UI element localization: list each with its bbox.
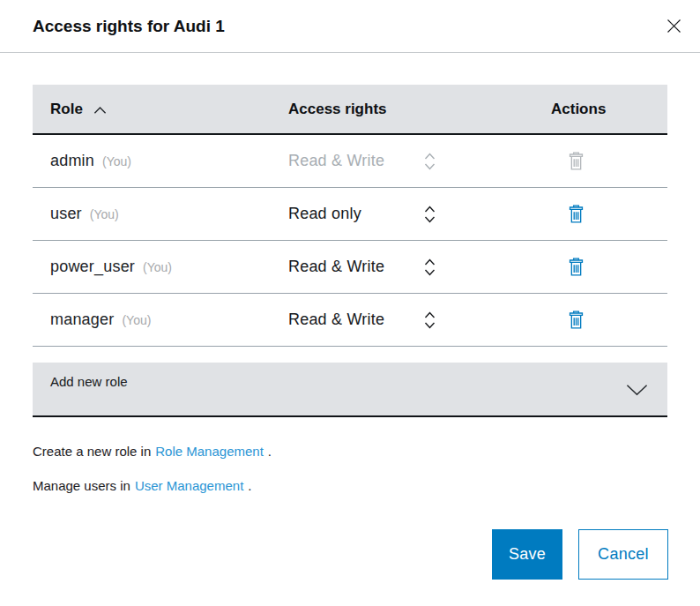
you-badge: (You): [102, 154, 131, 168]
dialog-title: Access rights for Audi 1: [33, 17, 225, 36]
delete-role-button[interactable]: [562, 253, 589, 281]
table-row-user: user (You) Read only: [33, 188, 667, 241]
trash-icon: [567, 310, 585, 331]
user-management-link[interactable]: User Management: [135, 478, 243, 493]
access-cell: Read only: [288, 204, 551, 225]
sort-ascending-icon: [93, 106, 107, 115]
role-management-link[interactable]: Role Management: [155, 444, 264, 459]
chevron-up-down-icon: [423, 257, 436, 278]
access-rights-table: Role Access rights Actions admin (You) R…: [33, 85, 667, 347]
table-row-power-user: power_user (You) Read & Write: [33, 241, 667, 294]
role-cell: manager (You): [33, 310, 288, 329]
you-badge: (You): [143, 260, 172, 274]
note-prefix: Manage users in: [33, 478, 130, 493]
column-header-role[interactable]: Role: [33, 101, 288, 118]
close-button[interactable]: [662, 15, 685, 38]
actions-cell: [551, 253, 667, 281]
chevron-down-icon: [626, 384, 648, 396]
you-badge: (You): [90, 207, 119, 221]
add-new-role-label: Add new role: [33, 363, 667, 389]
access-cell: Read & Write: [288, 310, 551, 331]
helper-notes: Create a new role inRole Management. Man…: [33, 443, 667, 494]
cancel-button[interactable]: Cancel: [578, 529, 668, 580]
access-rights-select: Read & Write: [288, 151, 436, 172]
role-name: user: [50, 205, 82, 223]
chevron-up-down-icon: [423, 310, 436, 331]
dialog-footer: Save Cancel: [0, 529, 668, 580]
access-rights-select[interactable]: Read & Write: [288, 257, 436, 278]
actions-cell: [551, 306, 667, 334]
column-header-access-rights: Access rights: [288, 101, 551, 118]
trash-icon: [567, 151, 585, 172]
access-rights-value: Read & Write: [288, 152, 384, 170]
role-cell: admin (You): [33, 152, 288, 170]
access-rights-value: Read & Write: [288, 258, 384, 276]
access-cell: Read & Write: [288, 151, 551, 172]
close-icon: [665, 17, 683, 35]
column-header-actions: Actions: [551, 101, 667, 118]
role-cell: user (You): [33, 205, 288, 223]
save-button[interactable]: Save: [492, 529, 562, 580]
role-name: power_user: [50, 258, 135, 276]
role-management-note: Create a new role inRole Management.: [33, 443, 667, 460]
add-new-role-panel[interactable]: Add new role: [33, 363, 667, 417]
table-row-admin: admin (You) Read & Write: [33, 135, 667, 188]
user-management-note: Manage users inUser Management.: [33, 477, 667, 494]
access-rights-value: Read & Write: [288, 310, 384, 329]
chevron-up-down-icon: [423, 204, 436, 225]
you-badge: (You): [122, 313, 151, 327]
delete-role-button[interactable]: [562, 306, 589, 334]
role-cell: power_user (You): [33, 258, 288, 276]
access-rights-select[interactable]: Read only: [288, 204, 436, 225]
role-name: admin: [50, 152, 94, 170]
access-rights-select[interactable]: Read & Write: [288, 310, 436, 331]
role-name: manager: [50, 310, 114, 329]
dialog-header: Access rights for Audi 1: [0, 0, 700, 53]
delete-role-button: [562, 147, 589, 176]
column-header-role-label: Role: [50, 101, 83, 118]
table-row-manager: manager (You) Read & Write: [33, 294, 667, 347]
chevron-up-down-icon: [423, 151, 436, 172]
note-suffix: .: [268, 444, 272, 459]
trash-icon: [567, 204, 585, 225]
table-header-row: Role Access rights Actions: [33, 85, 667, 135]
delete-role-button[interactable]: [562, 200, 589, 228]
access-cell: Read & Write: [288, 257, 551, 278]
actions-cell: [551, 147, 667, 176]
note-suffix: .: [248, 478, 251, 493]
actions-cell: [551, 200, 667, 228]
note-prefix: Create a new role in: [33, 444, 151, 459]
access-rights-value: Read only: [288, 205, 361, 223]
trash-icon: [567, 257, 585, 278]
